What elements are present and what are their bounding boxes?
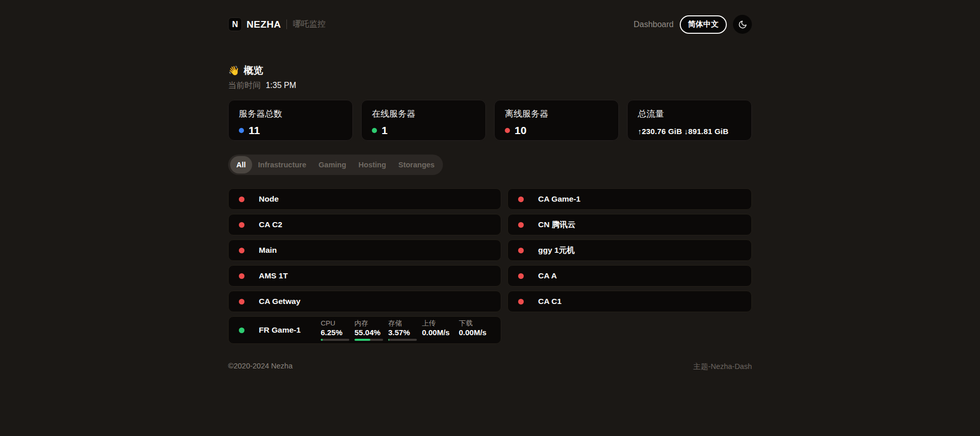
brand-subtitle: 哪吒监控	[293, 19, 325, 30]
server-name: CA A	[538, 271, 557, 280]
offline-status-dot	[518, 248, 524, 253]
group-filter-tabs: All Infrastructure Gaming Hosting Storan…	[228, 155, 443, 175]
server-metrics: CPU 6.25% 内存 55.04% 存储 3.57%	[321, 319, 491, 341]
current-time-label: 当前时间	[228, 81, 261, 90]
tab-hosting[interactable]: Hosting	[352, 156, 392, 173]
copyright-text: ©2020-2024 Nezha	[228, 362, 293, 372]
server-name: CA C2	[259, 220, 282, 229]
metric-cpu: CPU 6.25%	[321, 319, 349, 341]
brand-divider	[286, 19, 287, 29]
offline-status-dot	[518, 273, 524, 279]
server-name: FR Game-1	[259, 325, 321, 335]
card-label: 服务器总数	[239, 108, 342, 120]
metric-value: 0.00M/s	[459, 328, 491, 337]
server-row[interactable]: Node	[228, 188, 501, 210]
page-title: 👋 概览	[228, 64, 752, 77]
offline-dot	[505, 128, 510, 133]
server-name: ggy 1元机	[538, 245, 574, 256]
card-total-servers: 服务器总数 11	[228, 100, 353, 141]
card-offline-servers: 离线服务器 10	[494, 100, 619, 141]
offline-status-dot	[239, 222, 244, 228]
server-row[interactable]: AMS 1T	[228, 265, 501, 287]
cpu-progress-bar	[321, 339, 349, 341]
server-column-right: CA Game-1 CN 腾讯云 ggy 1元机 CA A CA C1	[507, 188, 752, 312]
server-row[interactable]: CN 腾讯云	[507, 214, 752, 235]
logo-letter: N	[232, 20, 238, 29]
tab-all[interactable]: All	[230, 156, 252, 173]
metric-download: 下载 0.00M/s	[459, 319, 491, 341]
offline-status-dot	[518, 197, 524, 202]
brand-name: NEZHA	[247, 19, 281, 30]
server-row[interactable]: CA Getway	[228, 291, 501, 312]
theme-toggle-button[interactable]	[733, 15, 752, 34]
server-name: CA C1	[538, 297, 562, 306]
server-row[interactable]: CA Game-1	[507, 188, 752, 210]
offline-status-dot	[239, 197, 244, 202]
online-status-dot	[239, 328, 244, 333]
server-row[interactable]: CA A	[507, 265, 752, 287]
offline-status-dot	[518, 222, 524, 228]
server-row[interactable]: Main	[228, 239, 501, 261]
card-label: 总流量	[638, 108, 741, 120]
dashboard-link[interactable]: Dashboard	[634, 20, 674, 29]
theme-credit-link[interactable]: 主题-Nezha-Dash	[694, 362, 752, 372]
storage-progress-bar	[388, 339, 417, 341]
server-name: AMS 1T	[259, 271, 288, 280]
server-row[interactable]: CA C2	[228, 214, 501, 235]
card-label: 在线服务器	[372, 108, 475, 120]
metric-label: 内存	[354, 319, 383, 328]
offline-status-dot	[239, 273, 244, 279]
metric-value: 55.04%	[354, 328, 383, 337]
metric-upload: 上传 0.00M/s	[422, 319, 454, 341]
metric-memory: 内存 55.04%	[354, 319, 383, 341]
metric-label: 存储	[388, 319, 417, 328]
online-dot	[372, 128, 377, 133]
metric-label: 上传	[422, 319, 454, 328]
metric-value: 6.25%	[321, 328, 349, 337]
total-dot	[239, 128, 244, 133]
header-actions: Dashboard 简体中文	[634, 15, 752, 34]
server-row[interactable]: ggy 1元机	[507, 239, 752, 261]
wave-emoji: 👋	[228, 65, 239, 76]
offline-status-dot	[518, 299, 524, 304]
traffic-value: ↑230.76 GiB ↓891.81 GiB	[638, 127, 741, 136]
tab-storanges[interactable]: Storanges	[392, 156, 441, 173]
nezha-logo-icon: N	[228, 17, 242, 31]
card-value: 10	[515, 124, 526, 137]
memory-progress-bar	[354, 339, 383, 341]
nezha-dashboard-page: N NEZHA 哪吒监控 Dashboard 简体中文 👋 概览 当前时间	[0, 0, 980, 372]
server-column-left: Node CA C2 Main AMS 1T CA Getway	[228, 188, 501, 344]
server-row[interactable]: CA C1	[507, 291, 752, 312]
metric-storage: 存储 3.57%	[388, 319, 417, 341]
server-name: CA Game-1	[538, 194, 581, 204]
card-value: 1	[382, 124, 388, 137]
overview-title-text: 概览	[243, 64, 263, 77]
stat-cards: 服务器总数 11 在线服务器 1 离线服务器 10	[228, 100, 752, 141]
card-label: 离线服务器	[505, 108, 608, 120]
card-total-traffic: 总流量 ↑230.76 GiB ↓891.81 GiB	[627, 100, 752, 141]
server-row[interactable]: FR Game-1 CPU 6.25% 内存 55.04%	[228, 316, 501, 344]
metric-value: 0.00M/s	[422, 328, 454, 337]
server-list: Node CA C2 Main AMS 1T CA Getway	[228, 188, 752, 344]
server-name: Main	[259, 246, 277, 255]
brand-logo-group[interactable]: N NEZHA 哪吒监控	[228, 17, 325, 31]
server-name: CN 腾讯云	[538, 220, 575, 230]
footer: ©2020-2024 Nezha 主题-Nezha-Dash	[228, 362, 752, 372]
overview-section: 👋 概览 当前时间 1:35 PM	[228, 64, 752, 91]
offline-status-dot	[239, 299, 244, 304]
current-time-value: 1:35 PM	[265, 81, 296, 90]
offline-status-dot	[239, 248, 244, 253]
metric-label: CPU	[321, 319, 349, 328]
card-value: 11	[249, 124, 260, 137]
moon-icon	[738, 20, 747, 29]
main-content: 👋 概览 当前时间 1:35 PM 服务器总数 11 在线服务器	[228, 64, 752, 372]
metric-value: 3.57%	[388, 328, 417, 337]
metric-label: 下载	[459, 319, 491, 328]
server-name: CA Getway	[259, 297, 300, 306]
tab-gaming[interactable]: Gaming	[313, 156, 352, 173]
language-button[interactable]: 简体中文	[680, 15, 727, 34]
current-time: 当前时间 1:35 PM	[228, 80, 752, 91]
tab-infrastructure[interactable]: Infrastructure	[252, 156, 313, 173]
card-online-servers: 在线服务器 1	[361, 100, 486, 141]
server-name: Node	[259, 194, 279, 204]
